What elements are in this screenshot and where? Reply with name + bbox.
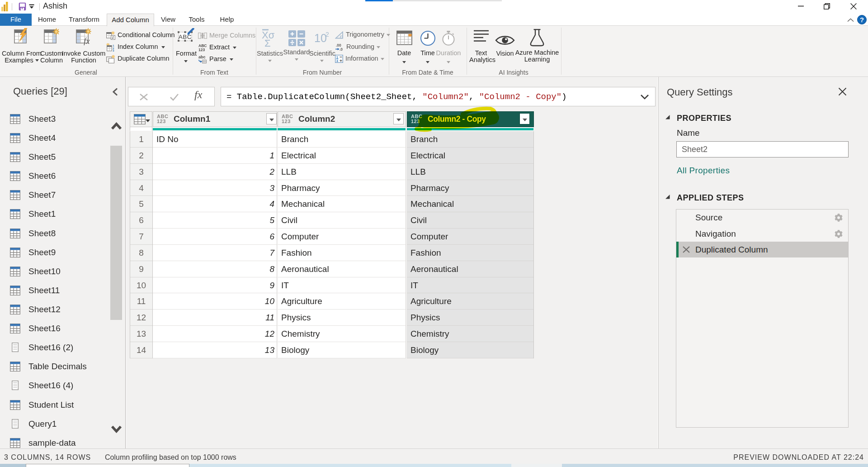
svg-text:123: 123 <box>198 48 205 52</box>
svg-text:Σ: Σ <box>264 38 271 47</box>
svg-text:10: 10 <box>314 32 327 43</box>
svg-text:abc: abc <box>198 55 206 59</box>
svg-text:1: 1 <box>336 56 338 59</box>
svg-text:.0: .0 <box>340 47 343 51</box>
svg-text:?: ? <box>860 16 864 24</box>
svg-text:3: 3 <box>113 49 114 52</box>
svg-text:3: 3 <box>336 59 338 62</box>
svg-text:≠: ≠ <box>112 35 114 39</box>
svg-text:2: 2 <box>326 31 329 38</box>
svg-text:ABC: ABC <box>198 43 207 48</box>
svg-text:fx: fx <box>84 36 90 45</box>
svg-text:ABC: ABC <box>179 33 192 40</box>
